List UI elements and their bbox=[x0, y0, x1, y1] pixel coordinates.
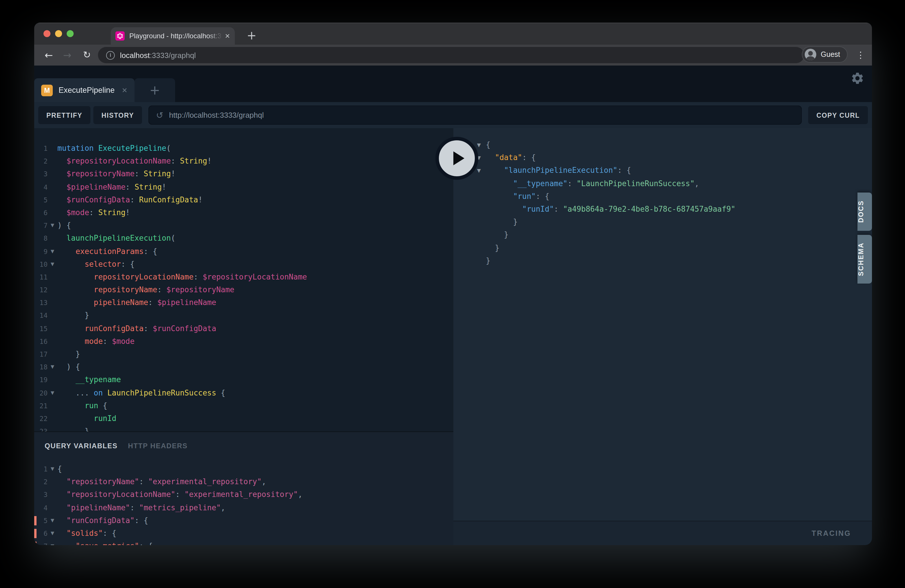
docs-tab[interactable]: DOCS bbox=[857, 192, 872, 231]
code-line: 18▼ ) { bbox=[34, 361, 453, 373]
code-line: 6 $mode: String! bbox=[34, 207, 453, 219]
playground-new-tab-button[interactable]: + bbox=[135, 78, 175, 102]
fold-icon[interactable]: ▼ bbox=[48, 386, 57, 399]
query-code: 1mutation ExecutePipeline(2 $repositoryL… bbox=[34, 142, 453, 438]
back-icon[interactable]: ← bbox=[41, 44, 56, 65]
code-line: 6▼ "solids": { bbox=[34, 527, 453, 540]
fold-icon bbox=[48, 501, 57, 514]
fold-icon bbox=[48, 399, 57, 412]
code-line: } bbox=[453, 229, 872, 242]
browser-window: Playground - http://localhost:3 ✕ + ← → … bbox=[34, 22, 872, 545]
fold-icon bbox=[48, 475, 57, 488]
variables-code: 1▼{2 "repositoryName": "experimental_rep… bbox=[34, 463, 453, 545]
reload-icon[interactable]: ↻ bbox=[79, 44, 95, 65]
fold-icon bbox=[48, 412, 57, 425]
code-line: 19 __typename bbox=[34, 374, 453, 386]
fold-icon bbox=[48, 489, 57, 501]
schema-tab[interactable]: SCHEMA bbox=[857, 235, 872, 284]
fold-icon bbox=[48, 207, 57, 219]
response-code: ▼{▼ "data": {▼ "launchPipelineExecution"… bbox=[453, 138, 872, 267]
fold-icon bbox=[48, 232, 57, 245]
fold-icon bbox=[48, 194, 57, 207]
code-line: 3 "repositoryLocationName": "experimenta… bbox=[34, 489, 453, 501]
screen: Playground - http://localhost:3 ✕ + ← → … bbox=[0, 0, 905, 588]
fold-icon[interactable]: ▼ bbox=[48, 514, 57, 527]
tab-http-headers[interactable]: HTTP HEADERS bbox=[128, 442, 187, 450]
endpoint-url: http://localhost:3333/graphql bbox=[169, 111, 264, 119]
code-line: ▼{ bbox=[453, 138, 872, 151]
code-line: 1mutation ExecutePipeline( bbox=[34, 142, 453, 155]
code-line: 8 launchPipelineExecution( bbox=[34, 232, 453, 245]
forward-icon: → bbox=[60, 44, 75, 65]
fold-icon bbox=[48, 297, 57, 309]
code-line: 16 mode: $mode bbox=[34, 335, 453, 348]
fold-icon[interactable]: ▼ bbox=[48, 527, 57, 540]
close-window-button[interactable] bbox=[43, 30, 51, 37]
code-line: 22 runId bbox=[34, 412, 453, 425]
code-line: } bbox=[453, 242, 872, 254]
code-line: 15 runConfigData: $runConfigData bbox=[34, 322, 453, 335]
profile-label: Guest bbox=[821, 51, 840, 59]
tracing-bar: TRACING bbox=[453, 521, 872, 545]
fold-icon[interactable]: ▼ bbox=[48, 540, 57, 545]
fold-icon bbox=[48, 335, 57, 348]
browser-menu-icon[interactable]: ⋮ bbox=[856, 44, 865, 65]
graphql-playground: M ExecutePipeline ✕ + PRETTIFY HISTORY ↺… bbox=[34, 65, 872, 545]
code-line: 20▼ ... on LaunchPipelineRunSuccess { bbox=[34, 386, 453, 399]
settings-gear-icon[interactable] bbox=[851, 72, 864, 85]
code-line: 7▼ "save_metrics": { bbox=[34, 540, 453, 545]
code-line: 2 "repositoryName": "experimental_reposi… bbox=[34, 475, 453, 488]
fold-icon bbox=[48, 271, 57, 284]
tab-close-icon[interactable]: ✕ bbox=[225, 32, 230, 40]
execute-button[interactable] bbox=[435, 137, 478, 180]
endpoint-input[interactable]: ↺ http://localhost:3333/graphql bbox=[148, 105, 802, 125]
fold-icon bbox=[48, 309, 57, 322]
copy-curl-button[interactable]: COPY CURL bbox=[808, 106, 868, 124]
tracing-label[interactable]: TRACING bbox=[812, 529, 851, 537]
code-line: 11 repositoryLocationName: $repositoryLo… bbox=[34, 271, 453, 284]
prettify-button[interactable]: PRETTIFY bbox=[38, 106, 90, 124]
fold-icon bbox=[48, 142, 57, 155]
minimize-window-button[interactable] bbox=[55, 30, 62, 37]
code-line: 4 "pipelineName": "metrics_pipeline", bbox=[34, 501, 453, 514]
code-line: 14 } bbox=[34, 309, 453, 322]
fold-icon[interactable]: ▼ bbox=[48, 463, 57, 475]
fullscreen-window-button[interactable] bbox=[67, 30, 74, 37]
address-bar[interactable]: i localhost:3333/graphql bbox=[98, 47, 804, 63]
fold-icon bbox=[48, 155, 57, 168]
fold-icon bbox=[48, 348, 57, 361]
url-host: localhost bbox=[120, 51, 150, 60]
history-button[interactable]: HISTORY bbox=[93, 106, 142, 124]
code-line: ▼ "launchPipelineExecution": { bbox=[453, 164, 872, 177]
code-line: "run": { bbox=[453, 190, 872, 203]
playground-tab-close-icon[interactable]: ✕ bbox=[122, 86, 127, 94]
code-line: 21 run { bbox=[34, 399, 453, 412]
url-path: :3333/graphql bbox=[150, 51, 196, 60]
query-editor[interactable]: 1mutation ExecutePipeline(2 $repositoryL… bbox=[34, 128, 453, 545]
playground-main: 1mutation ExecutePipeline(2 $repositoryL… bbox=[34, 128, 872, 545]
code-line: "runId": "a49b864a-79e2-4be8-b78c-687457… bbox=[453, 203, 872, 216]
code-line: 17 } bbox=[34, 348, 453, 361]
browser-tab[interactable]: Playground - http://localhost:3 ✕ bbox=[111, 27, 235, 44]
fold-icon bbox=[48, 168, 57, 181]
tab-query-variables[interactable]: QUERY VARIABLES bbox=[44, 442, 118, 450]
code-line: 2 $repositoryLocationName: String! bbox=[34, 155, 453, 168]
playground-tab-executepipeline[interactable]: M ExecutePipeline ✕ bbox=[34, 78, 135, 102]
fold-icon bbox=[48, 322, 57, 335]
browser-toolbar: ← → ↻ i localhost:3333/graphql Guest ⋮ bbox=[34, 44, 872, 65]
browser-tab-title: Playground - http://localhost:3 bbox=[129, 32, 222, 40]
fold-icon bbox=[48, 181, 57, 193]
profile-button[interactable]: Guest bbox=[802, 46, 848, 63]
code-line: 3 $repositoryName: String! bbox=[34, 168, 453, 181]
fold-icon[interactable]: ▼ bbox=[48, 245, 57, 258]
site-info-icon[interactable]: i bbox=[106, 51, 115, 59]
code-line: 9▼ executionParams: { bbox=[34, 245, 453, 258]
graphql-favicon-icon bbox=[115, 31, 125, 41]
fold-icon[interactable]: ▼ bbox=[48, 258, 57, 270]
fold-icon[interactable]: ▼ bbox=[48, 361, 57, 373]
endpoint-refresh-icon[interactable]: ↺ bbox=[156, 110, 163, 120]
avatar-icon bbox=[804, 49, 816, 60]
fold-icon bbox=[48, 374, 57, 386]
new-tab-button[interactable]: + bbox=[244, 29, 259, 43]
fold-icon[interactable]: ▼ bbox=[48, 219, 57, 232]
